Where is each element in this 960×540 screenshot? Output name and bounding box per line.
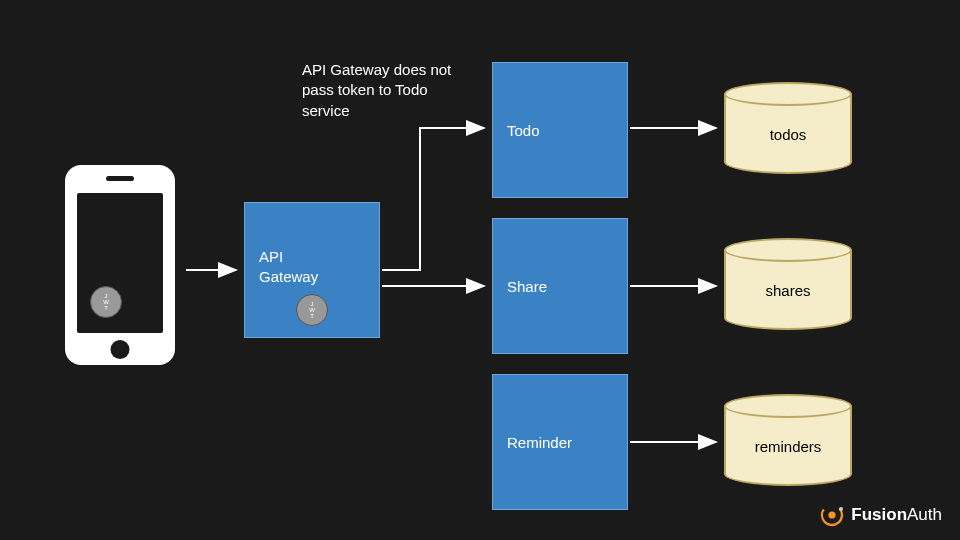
gateway-label-line2: Gateway: [259, 268, 318, 285]
fusionauth-logo: FusionAuth: [819, 502, 942, 528]
jwt-letter: T: [104, 305, 108, 311]
shares-database: shares: [724, 238, 852, 330]
phone-screen: [77, 193, 163, 333]
share-service-node: Share: [492, 218, 628, 354]
arrow-gateway-to-todo: [382, 128, 484, 270]
jwt-letter: T: [310, 313, 314, 319]
reminders-database: reminders: [724, 394, 852, 486]
service-label: Reminder: [507, 434, 572, 451]
database-label: todos: [724, 126, 852, 143]
phone-home-button: [111, 340, 130, 359]
jwt-token-icon: J W T: [296, 294, 328, 326]
gateway-label-line1: API: [259, 248, 283, 265]
service-label: Share: [507, 278, 547, 295]
database-label: shares: [724, 282, 852, 299]
todos-database: todos: [724, 82, 852, 174]
logo-text: FusionAuth: [851, 505, 942, 525]
svg-point-2: [829, 511, 836, 518]
annotation-text: API Gateway does not pass token to Todo …: [302, 60, 462, 121]
service-label: Todo: [507, 122, 540, 139]
jwt-token-icon: J W T: [90, 286, 122, 318]
reminder-service-node: Reminder: [492, 374, 628, 510]
mobile-device: [65, 165, 175, 365]
svg-point-3: [839, 507, 843, 511]
phone-speaker: [106, 176, 134, 181]
database-label: reminders: [724, 438, 852, 455]
logo-icon: [819, 502, 845, 528]
todo-service-node: Todo: [492, 62, 628, 198]
